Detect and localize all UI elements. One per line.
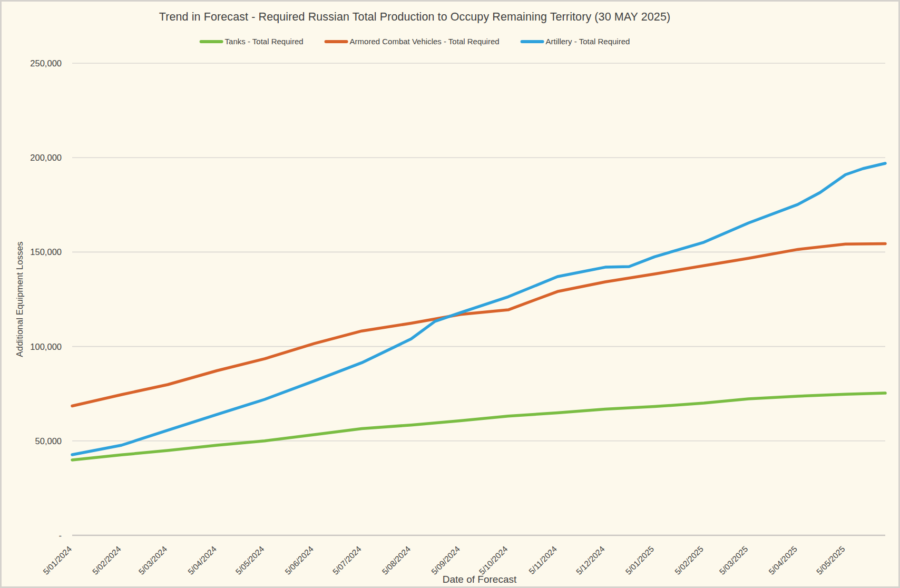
x-tick-label: 5/04/2025: [767, 544, 799, 576]
y-tick-label: 200,000: [30, 153, 62, 162]
x-tick-label: 5/10/2024: [477, 544, 510, 576]
series-line-artillery: [72, 163, 885, 455]
x-tick-label: 5/06/2024: [283, 544, 315, 576]
y-tick-label: -: [59, 531, 62, 540]
forecast-trend-chart: Trend in Forecast - Required Russian Tot…: [0, 0, 900, 588]
y-tick-label: 100,000: [30, 342, 62, 351]
x-tick-label: 5/08/2024: [380, 544, 413, 576]
x-tick-label: 5/03/2025: [718, 544, 750, 576]
x-tick-label: 5/11/2024: [527, 544, 559, 576]
x-tick-label: 5/05/2025: [815, 544, 847, 576]
x-tick-label: 5/01/2025: [623, 544, 656, 576]
x-tick-label: 5/02/2025: [673, 544, 705, 576]
x-tick-label: 5/02/2024: [91, 544, 123, 576]
x-tick-label: 5/04/2024: [186, 544, 218, 576]
x-tick-label: 5/03/2024: [137, 544, 169, 576]
x-tick-label: 5/12/2024: [574, 544, 606, 576]
series-line-acv: [72, 244, 885, 406]
y-tick-label: 250,000: [30, 58, 62, 68]
x-tick-label: 5/07/2024: [331, 544, 363, 576]
y-tick-label: 50,000: [35, 436, 62, 446]
y-tick-label: 150,000: [30, 247, 62, 257]
x-tick-label: 5/05/2024: [234, 544, 266, 576]
plot-area: -50,000100,000150,000200,000250,0005/01/…: [0, 0, 900, 588]
x-tick-label: 5/01/2024: [41, 544, 73, 576]
x-tick-label: 5/09/2024: [429, 544, 462, 576]
series-line-tanks: [72, 393, 885, 460]
